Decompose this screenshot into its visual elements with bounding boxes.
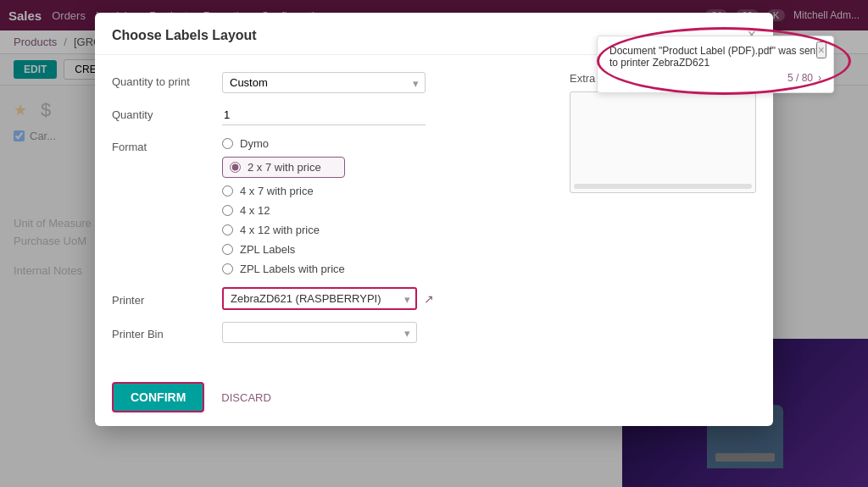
quantity-label: Quantity: [112, 105, 214, 121]
confirm-button[interactable]: CONFIRM: [112, 382, 204, 412]
discard-button[interactable]: DISCARD: [218, 388, 275, 407]
toast-next-icon[interactable]: ›: [818, 72, 821, 84]
radio-2x7price-input[interactable]: [230, 162, 241, 173]
modal-body: Quantity to print Custom Quantity Format: [95, 55, 773, 372]
radio-4x12price-input[interactable]: [222, 224, 233, 235]
quantity-input[interactable]: [222, 105, 426, 125]
radio-dymo[interactable]: Dymo: [222, 137, 345, 150]
toast-pager: 5 / 80: [787, 72, 813, 84]
printer-bin-select-wrapper: [222, 322, 417, 343]
radio-zpl-input[interactable]: [222, 244, 233, 255]
radio-dymo-input[interactable]: [222, 138, 233, 149]
radio-4x12-label: 4 x 12: [240, 204, 270, 217]
printer-row: Printer ZebraZD621 (RASPBERRYPI) ↗: [112, 287, 536, 310]
toast-close-button[interactable]: ×: [816, 42, 826, 58]
printer-label: Printer: [112, 291, 214, 307]
modal-footer: CONFIRM DISCARD: [95, 372, 773, 426]
printer-select[interactable]: ZebraZD621 (RASPBERRYPI): [222, 287, 417, 310]
quantity-to-print-select-wrapper: Custom: [222, 72, 426, 93]
modal-left-column: Quantity to print Custom Quantity Format: [112, 72, 536, 355]
quantity-to-print-select[interactable]: Custom: [222, 72, 426, 93]
quantity-to-print-row: Quantity to print Custom: [112, 72, 536, 93]
format-label: Format: [112, 137, 214, 153]
radio-zplprice-input[interactable]: [222, 263, 233, 274]
quantity-to-print-label: Quantity to print: [112, 72, 214, 88]
printer-bin-row: Printer Bin: [112, 322, 536, 343]
toast-notification: × Document "Product Label (PDF).pdf" was…: [597, 36, 834, 93]
radio-4x7price-input[interactable]: [222, 185, 233, 196]
radio-zplprice-label: ZPL Labels with price: [240, 263, 345, 275]
format-radio-group: Dymo 2 x 7 with price 4 x 7 with price: [222, 137, 345, 275]
radio-zplprice[interactable]: ZPL Labels with price: [222, 263, 345, 275]
radio-4x12[interactable]: 4 x 12: [222, 204, 345, 217]
radio-4x12price[interactable]: 4 x 12 with price: [222, 224, 345, 236]
extra-content-scrollbar: [574, 184, 752, 189]
quantity-row: Quantity: [112, 105, 536, 125]
printer-select-wrapper: ZebraZD621 (RASPBERRYPI): [222, 287, 417, 310]
modal-title: Choose Labels Layout: [112, 28, 257, 43]
radio-2x7price-label: 2 x 7 with price: [248, 161, 321, 174]
toast-nav: 5 / 80 ›: [609, 72, 821, 84]
extra-content-box: [570, 91, 756, 193]
external-link-icon[interactable]: ↗: [424, 292, 434, 306]
radio-dymo-label: Dymo: [240, 137, 269, 150]
radio-2x7price[interactable]: 2 x 7 with price: [222, 157, 345, 178]
printer-bin-label: Printer Bin: [112, 324, 214, 340]
printer-control: ZebraZD621 (RASPBERRYPI) ↗: [222, 287, 434, 310]
radio-4x12price-label: 4 x 12 with price: [240, 224, 320, 236]
format-row: Format Dymo 2 x 7 with price 4 x 7 wi: [112, 137, 536, 275]
radio-4x7price-label: 4 x 7 with price: [240, 185, 314, 197]
radio-zpl[interactable]: ZPL Labels: [222, 243, 345, 256]
toast-message: Document "Product Label (PDF).pdf" was s…: [609, 45, 821, 69]
extra-content-section: Extra Content: [570, 72, 756, 355]
radio-zpl-label: ZPL Labels: [240, 243, 295, 256]
radio-4x12-input[interactable]: [222, 205, 233, 216]
printer-bin-select[interactable]: [222, 322, 417, 343]
radio-4x7price[interactable]: 4 x 7 with price: [222, 185, 345, 197]
